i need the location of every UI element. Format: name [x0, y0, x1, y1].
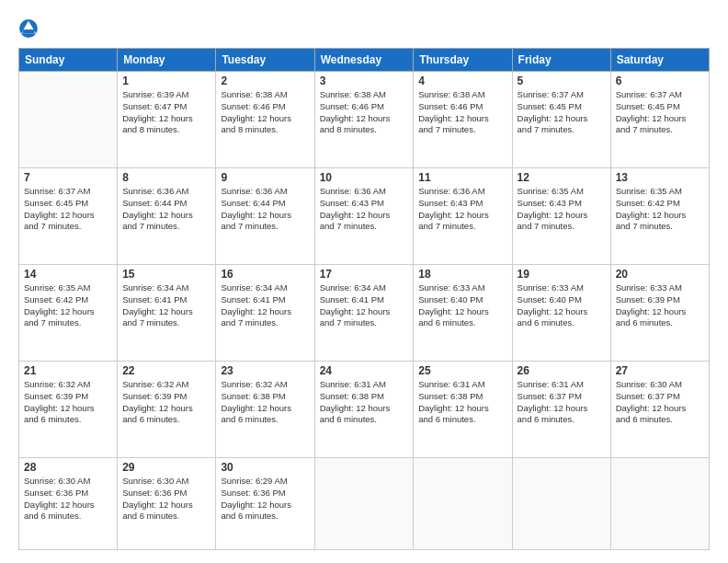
day-number: 24	[320, 364, 409, 377]
calendar-cell	[610, 458, 709, 550]
day-number: 10	[320, 171, 409, 184]
day-info: Sunrise: 6:30 AM Sunset: 6:36 PM Dayligh…	[24, 476, 112, 523]
calendar-cell: 24Sunrise: 6:31 AM Sunset: 6:38 PM Dayli…	[314, 362, 414, 458]
day-info: Sunrise: 6:30 AM Sunset: 6:36 PM Dayligh…	[122, 476, 210, 523]
week-row: 14Sunrise: 6:35 AM Sunset: 6:42 PM Dayli…	[19, 265, 710, 362]
day-number: 27	[616, 364, 704, 377]
day-info: Sunrise: 6:32 AM Sunset: 6:39 PM Dayligh…	[122, 379, 210, 426]
day-number: 15	[122, 268, 210, 281]
calendar-cell: 6Sunrise: 6:37 AM Sunset: 6:45 PM Daylig…	[610, 72, 709, 168]
calendar-cell: 5Sunrise: 6:37 AM Sunset: 6:45 PM Daylig…	[512, 72, 610, 168]
calendar-cell: 20Sunrise: 6:33 AM Sunset: 6:39 PM Dayli…	[610, 265, 709, 362]
day-info: Sunrise: 6:33 AM Sunset: 6:40 PM Dayligh…	[518, 282, 606, 329]
day-info: Sunrise: 6:29 AM Sunset: 6:36 PM Dayligh…	[221, 476, 309, 523]
day-number: 26	[518, 364, 606, 377]
week-row: 21Sunrise: 6:32 AM Sunset: 6:39 PM Dayli…	[19, 362, 710, 458]
day-info: Sunrise: 6:34 AM Sunset: 6:41 PM Dayligh…	[320, 282, 409, 329]
calendar-cell: 14Sunrise: 6:35 AM Sunset: 6:42 PM Dayli…	[19, 265, 118, 362]
day-number: 30	[221, 461, 309, 474]
calendar-cell: 4Sunrise: 6:38 AM Sunset: 6:46 PM Daylig…	[414, 72, 512, 168]
day-number: 11	[418, 171, 506, 184]
calendar-cell: 3Sunrise: 6:38 AM Sunset: 6:46 PM Daylig…	[314, 72, 414, 168]
weekday-header: Tuesday	[216, 49, 314, 72]
calendar-cell: 10Sunrise: 6:36 AM Sunset: 6:43 PM Dayli…	[314, 168, 414, 265]
day-info: Sunrise: 6:38 AM Sunset: 6:46 PM Dayligh…	[221, 89, 309, 136]
day-number: 12	[518, 171, 606, 184]
day-info: Sunrise: 6:36 AM Sunset: 6:44 PM Dayligh…	[221, 186, 309, 233]
calendar-cell: 22Sunrise: 6:32 AM Sunset: 6:39 PM Dayli…	[118, 362, 216, 458]
day-number: 20	[616, 268, 704, 281]
day-info: Sunrise: 6:31 AM Sunset: 6:38 PM Dayligh…	[418, 379, 506, 426]
svg-rect-2	[22, 29, 34, 33]
day-number: 19	[518, 268, 606, 281]
calendar-cell	[512, 458, 610, 550]
weekday-header: Thursday	[414, 49, 512, 72]
day-number: 18	[418, 268, 506, 281]
weekday-header-row: SundayMondayTuesdayWednesdayThursdayFrid…	[19, 49, 710, 72]
week-row: 28Sunrise: 6:30 AM Sunset: 6:36 PM Dayli…	[19, 458, 710, 550]
day-info: Sunrise: 6:36 AM Sunset: 6:44 PM Dayligh…	[122, 186, 210, 233]
day-info: Sunrise: 6:37 AM Sunset: 6:45 PM Dayligh…	[518, 89, 606, 136]
day-number: 7	[24, 171, 112, 184]
day-number: 29	[122, 461, 210, 474]
calendar-cell: 23Sunrise: 6:32 AM Sunset: 6:38 PM Dayli…	[216, 362, 314, 458]
day-info: Sunrise: 6:32 AM Sunset: 6:39 PM Dayligh…	[24, 379, 112, 426]
weekday-header: Monday	[118, 49, 216, 72]
day-number: 28	[24, 461, 112, 474]
day-number: 4	[418, 75, 506, 87]
day-info: Sunrise: 6:30 AM Sunset: 6:37 PM Dayligh…	[616, 379, 704, 426]
calendar-cell	[314, 458, 414, 550]
calendar-cell	[414, 458, 512, 550]
calendar-table: SundayMondayTuesdayWednesdayThursdayFrid…	[18, 48, 710, 550]
calendar-cell: 29Sunrise: 6:30 AM Sunset: 6:36 PM Dayli…	[118, 458, 216, 550]
calendar-cell: 19Sunrise: 6:33 AM Sunset: 6:40 PM Dayli…	[512, 265, 610, 362]
day-number: 5	[518, 75, 606, 87]
day-info: Sunrise: 6:31 AM Sunset: 6:37 PM Dayligh…	[518, 379, 606, 426]
day-info: Sunrise: 6:31 AM Sunset: 6:38 PM Dayligh…	[320, 379, 409, 426]
calendar-cell: 8Sunrise: 6:36 AM Sunset: 6:44 PM Daylig…	[118, 168, 216, 265]
day-info: Sunrise: 6:34 AM Sunset: 6:41 PM Dayligh…	[122, 282, 210, 329]
calendar-cell: 17Sunrise: 6:34 AM Sunset: 6:41 PM Dayli…	[314, 265, 414, 362]
calendar-cell: 11Sunrise: 6:36 AM Sunset: 6:43 PM Dayli…	[414, 168, 512, 265]
calendar-cell: 18Sunrise: 6:33 AM Sunset: 6:40 PM Dayli…	[414, 265, 512, 362]
day-number: 23	[221, 364, 309, 377]
header	[18, 17, 710, 39]
calendar-cell: 30Sunrise: 6:29 AM Sunset: 6:36 PM Dayli…	[216, 458, 314, 550]
day-info: Sunrise: 6:33 AM Sunset: 6:39 PM Dayligh…	[616, 282, 704, 329]
calendar-page: SundayMondayTuesdayWednesdayThursdayFrid…	[0, 0, 728, 563]
calendar-cell: 25Sunrise: 6:31 AM Sunset: 6:38 PM Dayli…	[414, 362, 512, 458]
day-info: Sunrise: 6:32 AM Sunset: 6:38 PM Dayligh…	[221, 379, 309, 426]
day-number: 22	[122, 364, 210, 377]
day-number: 2	[221, 75, 309, 87]
calendar-cell: 26Sunrise: 6:31 AM Sunset: 6:37 PM Dayli…	[512, 362, 610, 458]
weekday-header: Saturday	[610, 49, 709, 72]
day-info: Sunrise: 6:36 AM Sunset: 6:43 PM Dayligh…	[418, 186, 506, 233]
day-number: 21	[24, 364, 112, 377]
day-number: 6	[616, 75, 704, 87]
day-number: 25	[418, 364, 506, 377]
day-info: Sunrise: 6:37 AM Sunset: 6:45 PM Dayligh…	[24, 186, 112, 233]
day-number: 1	[122, 75, 210, 87]
day-info: Sunrise: 6:35 AM Sunset: 6:43 PM Dayligh…	[518, 186, 606, 233]
day-number: 9	[221, 171, 309, 184]
day-info: Sunrise: 6:36 AM Sunset: 6:43 PM Dayligh…	[320, 186, 409, 233]
day-number: 3	[320, 75, 409, 87]
day-info: Sunrise: 6:34 AM Sunset: 6:41 PM Dayligh…	[221, 282, 309, 329]
calendar-cell: 21Sunrise: 6:32 AM Sunset: 6:39 PM Dayli…	[19, 362, 118, 458]
day-number: 13	[616, 171, 704, 184]
weekday-header: Sunday	[19, 49, 118, 72]
day-info: Sunrise: 6:39 AM Sunset: 6:47 PM Dayligh…	[122, 89, 210, 136]
calendar-cell: 9Sunrise: 6:36 AM Sunset: 6:44 PM Daylig…	[216, 168, 314, 265]
day-number: 8	[122, 171, 210, 184]
logo	[18, 17, 42, 39]
calendar-cell: 1Sunrise: 6:39 AM Sunset: 6:47 PM Daylig…	[118, 72, 216, 168]
weekday-header: Friday	[512, 49, 610, 72]
week-row: 7Sunrise: 6:37 AM Sunset: 6:45 PM Daylig…	[19, 168, 710, 265]
day-number: 16	[221, 268, 309, 281]
day-number: 14	[24, 268, 112, 281]
calendar-cell: 13Sunrise: 6:35 AM Sunset: 6:42 PM Dayli…	[610, 168, 709, 265]
calendar-cell: 15Sunrise: 6:34 AM Sunset: 6:41 PM Dayli…	[118, 265, 216, 362]
day-info: Sunrise: 6:38 AM Sunset: 6:46 PM Dayligh…	[418, 89, 506, 136]
day-number: 17	[320, 268, 409, 281]
calendar-cell: 2Sunrise: 6:38 AM Sunset: 6:46 PM Daylig…	[216, 72, 314, 168]
